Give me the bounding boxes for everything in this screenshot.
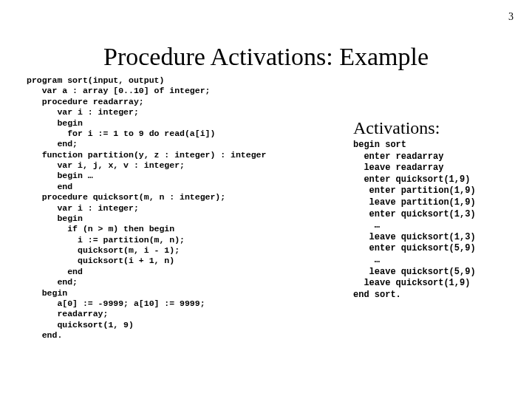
activations-trace: begin sort enter readarray leave readarr… [353,140,523,301]
activations-column: Activations: begin sort enter readarray … [353,118,523,301]
page-title: Procedure Activations: Example [0,43,532,71]
activations-heading: Activations: [353,118,523,138]
page-number: 3 [508,11,514,23]
content-area: program sort(input, output) var a : arra… [0,75,532,341]
